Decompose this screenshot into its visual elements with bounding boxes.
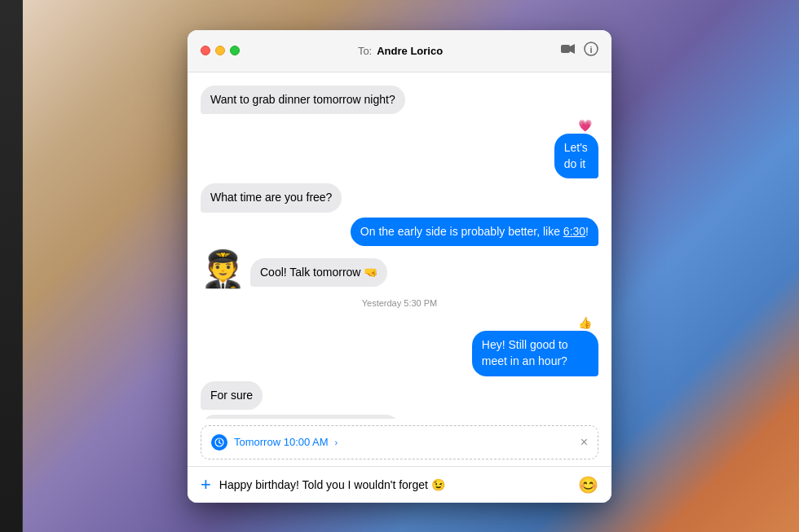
info-icon[interactable]: i bbox=[584, 42, 598, 59]
scheduled-clock-icon bbox=[211, 434, 227, 451]
to-label: To: bbox=[358, 45, 372, 57]
desktop: To: Andre Lorico i bbox=[0, 0, 799, 532]
close-button[interactable] bbox=[201, 46, 210, 55]
message-bubble: Hey! Still good to meet in an hour? bbox=[472, 331, 598, 376]
title-bar-center: To: Andre Lorico bbox=[240, 45, 561, 57]
memoji-avatar: 🧑‍✈️ bbox=[201, 251, 245, 287]
message-row: 🧑‍✈️ Cool! Talk tomorrow 🤜 bbox=[201, 251, 598, 287]
messages-window: To: Andre Lorico i bbox=[188, 30, 611, 503]
message-input[interactable]: Happy birthday! Told you I wouldn't forg… bbox=[219, 478, 570, 491]
dock-bar bbox=[0, 0, 23, 532]
message-row: For sure bbox=[201, 381, 598, 411]
title-bar: To: Andre Lorico i bbox=[188, 30, 611, 73]
message-row: Want to grab dinner tomorrow night? bbox=[201, 86, 598, 115]
message-bubble: For sure bbox=[201, 381, 263, 411]
message-row: What time are you free? bbox=[201, 183, 598, 213]
svg-rect-0 bbox=[561, 45, 570, 53]
video-icon[interactable] bbox=[561, 43, 576, 58]
message-bubble: Want to grab dinner tomorrow night? bbox=[201, 86, 405, 115]
reaction-emoji: 💗 bbox=[578, 119, 592, 132]
add-attachment-button[interactable]: + bbox=[201, 476, 211, 494]
message-row: Let's do it bbox=[531, 134, 599, 178]
scheduled-bar: Tomorrow 10:00 AM › × bbox=[201, 425, 598, 459]
timestamp: Yesterday 5:30 PM bbox=[201, 298, 598, 308]
reaction-emoji: 👍 bbox=[578, 316, 592, 329]
message-bubble: What time are you free? bbox=[201, 183, 342, 213]
message-row: On the early side is probably better, li… bbox=[201, 218, 598, 247]
maximize-button[interactable] bbox=[230, 46, 240, 55]
scheduled-close-button[interactable]: × bbox=[580, 435, 588, 450]
input-bar: + Happy birthday! Told you I wouldn't fo… bbox=[188, 466, 611, 503]
message-bubble: On the early side is probably better, li… bbox=[351, 218, 598, 247]
message-bubble: Cool! Talk tomorrow 🤜 bbox=[250, 258, 387, 288]
traffic-lights bbox=[201, 46, 240, 55]
svg-marker-1 bbox=[570, 44, 575, 54]
scheduled-left: Tomorrow 10:00 AM › bbox=[211, 434, 338, 451]
scheduled-chevron-icon: › bbox=[335, 437, 338, 447]
scheduled-time[interactable]: Tomorrow 10:00 AM bbox=[234, 436, 329, 448]
recipient-name: Andre Lorico bbox=[377, 45, 443, 57]
emoji-picker-button[interactable]: 😊 bbox=[578, 475, 598, 495]
svg-line-6 bbox=[219, 442, 221, 443]
title-bar-right: i bbox=[561, 42, 598, 59]
minimize-button[interactable] bbox=[215, 46, 225, 55]
message-row: Hey! Still good to meet in an hour? bbox=[404, 331, 598, 376]
message-row: Actually, want to meet even earlier? bbox=[201, 415, 598, 418]
svg-text:i: i bbox=[589, 45, 592, 55]
message-bubble: Actually, want to meet even earlier? bbox=[201, 415, 400, 418]
message-bubble: Let's do it bbox=[554, 134, 598, 178]
messages-area: Want to grab dinner tomorrow night? 💗 Le… bbox=[188, 73, 611, 419]
